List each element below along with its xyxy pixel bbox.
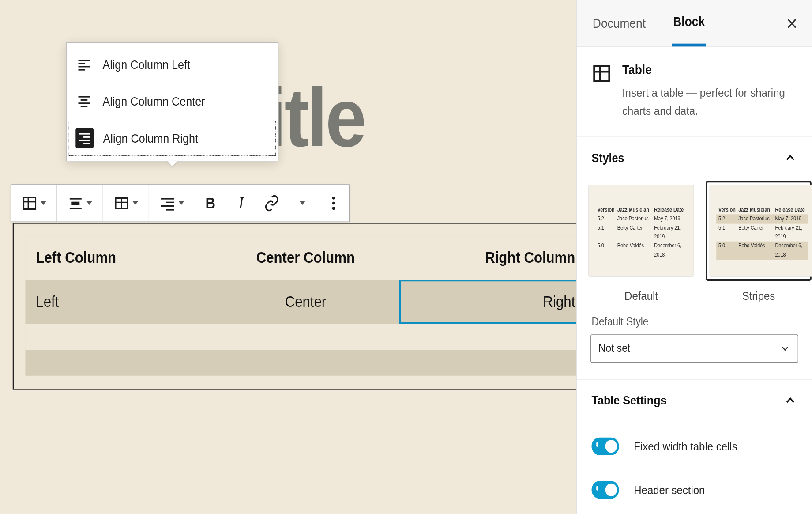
svg-rect-4: [78, 96, 90, 98]
table-settings-panel: Table Settings Fixed width table cells H…: [577, 380, 812, 514]
block-toolbar: B I: [11, 184, 350, 222]
block-description-text: Insert a table — perfect for sharing cha…: [622, 83, 797, 120]
change-block-type-button[interactable]: [11, 185, 56, 222]
table-cell[interactable]: [212, 324, 399, 350]
chevron-up-icon: [783, 150, 797, 166]
style-option-label: Default: [588, 289, 694, 303]
svg-rect-1: [78, 63, 85, 64]
editor-canvas: title Align Column Left Align Column Cen…: [0, 0, 608, 514]
edit-table-button[interactable]: [103, 185, 149, 222]
svg-point-27: [332, 207, 335, 210]
svg-rect-5: [81, 99, 88, 101]
editable-table[interactable]: Left Column Center Column Right Column L…: [26, 235, 586, 375]
table-cell-selected[interactable]: Right: [399, 280, 586, 324]
close-sidebar-button[interactable]: [782, 13, 801, 34]
align-column-center-item[interactable]: Align Column Center: [67, 83, 278, 120]
sidebar-tabs: Document Block: [577, 0, 812, 47]
caret-down-icon: [133, 201, 138, 205]
table-edit-icon: [114, 194, 130, 212]
svg-rect-15: [70, 198, 82, 199]
italic-button[interactable]: I: [226, 185, 256, 222]
caret-down-icon: [41, 201, 46, 205]
align-column-left-item[interactable]: Align Column Left: [67, 46, 278, 83]
popover-arrow: [167, 161, 178, 166]
table-cell[interactable]: Center: [212, 280, 399, 324]
settings-sidebar: Document Block Table Insert a table — pe…: [576, 0, 812, 514]
svg-rect-17: [70, 208, 82, 209]
align-left-icon: [75, 55, 93, 75]
table-settings-panel-toggle[interactable]: Table Settings: [577, 380, 812, 421]
close-icon: [786, 16, 798, 30]
svg-rect-7: [81, 106, 88, 107]
column-align-dropdown: Align Column Left Align Column Center Al…: [66, 42, 279, 161]
panel-title: Table Settings: [591, 393, 666, 408]
table-header-cell[interactable]: Center Column: [212, 235, 399, 280]
svg-rect-24: [166, 209, 174, 210]
svg-rect-16: [71, 202, 79, 205]
bold-button[interactable]: B: [195, 185, 226, 222]
toggle-switch[interactable]: [591, 481, 619, 499]
default-style-select[interactable]: Not set: [590, 334, 798, 363]
align-right-icon: [75, 128, 94, 148]
dropdown-item-label: Align Column Left: [102, 58, 190, 72]
align-column-right-item[interactable]: Align Column Right: [69, 121, 276, 156]
svg-rect-12: [24, 197, 36, 209]
svg-rect-21: [161, 198, 174, 199]
chevron-down-icon: [780, 343, 790, 355]
caret-down-icon: [179, 201, 184, 205]
table-cell[interactable]: [399, 350, 586, 376]
dropdown-item-label: Align Column Center: [102, 94, 205, 108]
tab-block[interactable]: Block: [672, 0, 706, 46]
toggle-switch[interactable]: [591, 438, 619, 455]
table-header-row: Left Column Center Column Right Column: [26, 235, 586, 280]
svg-rect-9: [83, 136, 90, 138]
tab-document[interactable]: Document: [591, 1, 647, 45]
style-option-default[interactable]: VersionJazz MusicianRelease Date 5.2Jaco…: [588, 181, 694, 302]
table-row: Left Center Right: [26, 280, 586, 324]
panel-title: Styles: [591, 151, 624, 165]
select-value: Not set: [598, 342, 630, 355]
table-block[interactable]: Left Column Center Column Right Column L…: [13, 223, 598, 390]
chevron-up-icon: [783, 393, 797, 408]
style-option-stripes[interactable]: VersionJazz MusicianRelease Date 5.2Jaco…: [706, 181, 812, 302]
svg-rect-0: [78, 60, 90, 61]
toggle-label: Header section: [634, 483, 705, 497]
more-options-button[interactable]: [318, 185, 349, 222]
svg-rect-10: [79, 140, 90, 141]
table-header-cell[interactable]: Left Column: [26, 235, 212, 280]
table-cell[interactable]: [26, 324, 212, 350]
toggle-header-section: Header section: [591, 468, 797, 512]
table-block-icon: [591, 62, 612, 85]
svg-rect-8: [79, 133, 90, 135]
default-style-label: Default Style: [591, 316, 797, 329]
dropdown-item-label: Align Column Right: [103, 131, 198, 145]
svg-rect-6: [78, 102, 90, 104]
table-cell[interactable]: [26, 350, 212, 376]
table-icon: [22, 194, 38, 212]
table-cell[interactable]: [212, 350, 399, 376]
block-name: Table: [622, 62, 797, 78]
vertical-ellipsis-icon: [326, 194, 342, 212]
table-cell[interactable]: [399, 324, 586, 350]
svg-rect-3: [78, 69, 85, 71]
svg-rect-22: [166, 202, 174, 203]
more-rich-text-button[interactable]: [287, 185, 317, 222]
align-center-icon: [75, 91, 93, 111]
toggle-fixed-width: Fixed width table cells: [591, 424, 797, 468]
svg-rect-28: [594, 66, 609, 81]
table-cell[interactable]: Left: [26, 280, 212, 324]
svg-rect-23: [161, 205, 174, 207]
table-row: [26, 350, 586, 376]
table-row: [26, 324, 586, 350]
style-option-label: Stripes: [706, 289, 812, 303]
styles-panel-toggle[interactable]: Styles: [577, 137, 812, 178]
column-alignment-button[interactable]: [149, 185, 195, 222]
block-description: Table Insert a table — perfect for shari…: [577, 47, 812, 137]
svg-point-25: [332, 197, 335, 200]
table-header-cell[interactable]: Right Column: [399, 235, 586, 280]
toggle-label: Fixed width table cells: [634, 439, 737, 453]
link-button[interactable]: [256, 185, 287, 222]
svg-point-26: [332, 202, 335, 205]
block-alignment-button[interactable]: [57, 185, 102, 222]
styles-panel: Styles VersionJazz MusicianRelease Date …: [577, 137, 812, 380]
